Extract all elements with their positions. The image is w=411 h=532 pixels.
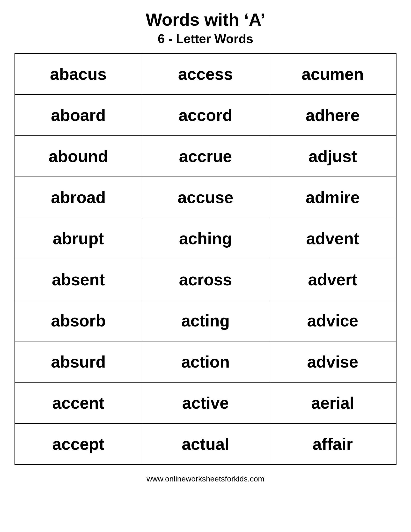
word-cell: accept xyxy=(15,423,142,465)
word-cell: advice xyxy=(269,300,396,341)
word-cell: abound xyxy=(15,136,142,177)
word-cell: accord xyxy=(142,95,269,136)
word-cell: advent xyxy=(269,218,396,259)
table-row: absorbactingadvice xyxy=(15,300,396,341)
table-row: abroadaccuseadmire xyxy=(15,177,396,218)
table-row: accentactiveaerial xyxy=(15,382,396,423)
table-row: abacusaccessacumen xyxy=(15,53,396,95)
word-cell: affair xyxy=(269,423,396,465)
word-cell: accrue xyxy=(142,136,269,177)
word-cell: absorb xyxy=(15,300,142,341)
word-cell: accuse xyxy=(142,177,269,218)
page-subtitle: 6 - Letter Words xyxy=(158,31,253,46)
word-cell: abrupt xyxy=(15,218,142,259)
word-cell: action xyxy=(142,341,269,382)
word-cell: absent xyxy=(15,259,142,300)
word-cell: adhere xyxy=(269,95,396,136)
word-cell: absurd xyxy=(15,341,142,382)
word-cell: across xyxy=(142,259,269,300)
table-row: acceptactualaffair xyxy=(15,423,396,465)
word-cell: abacus xyxy=(15,53,142,95)
word-cell: abroad xyxy=(15,177,142,218)
word-cell: accent xyxy=(15,382,142,423)
word-cell: aboard xyxy=(15,95,142,136)
word-cell: admire xyxy=(269,177,396,218)
word-cell: acting xyxy=(142,300,269,341)
table-row: absurdactionadvise xyxy=(15,341,396,382)
word-cell: adjust xyxy=(269,136,396,177)
table-row: absentacrossadvert xyxy=(15,259,396,300)
word-table: abacusaccessacumenaboardaccordadhereabou… xyxy=(15,53,396,465)
table-row: aboundaccrueadjust xyxy=(15,136,396,177)
page-title: Words with ‘A’ xyxy=(146,10,265,29)
table-row: abruptachingadvent xyxy=(15,218,396,259)
word-cell: aerial xyxy=(269,382,396,423)
word-cell: advise xyxy=(269,341,396,382)
word-cell: advert xyxy=(269,259,396,300)
footer-url: www.onlineworksheetsforkids.com xyxy=(147,475,264,483)
word-cell: aching xyxy=(142,218,269,259)
word-cell: acumen xyxy=(269,53,396,95)
word-cell: access xyxy=(142,53,269,95)
word-cell: actual xyxy=(142,423,269,465)
table-row: aboardaccordadhere xyxy=(15,95,396,136)
word-table-wrapper: abacusaccessacumenaboardaccordadhereabou… xyxy=(15,53,396,465)
word-cell: active xyxy=(142,382,269,423)
